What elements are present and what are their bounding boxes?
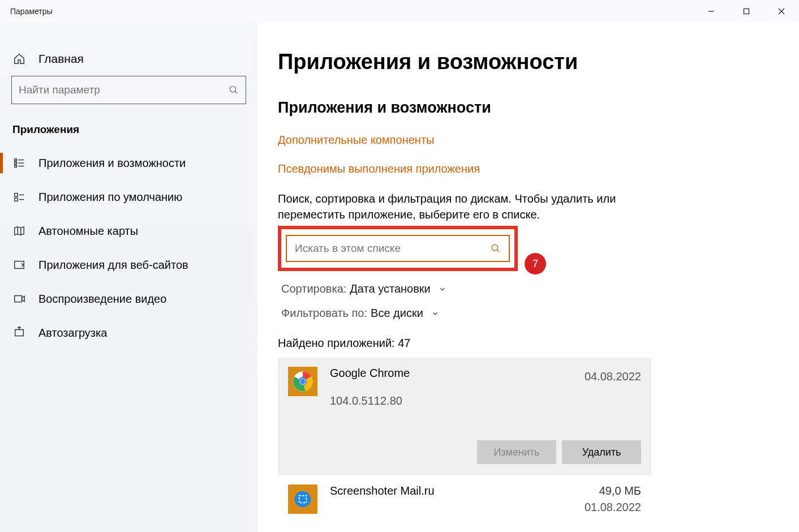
app-name: Google Chrome [330,367,555,380]
sidebar-item-offline-maps[interactable]: Автономные карты [0,214,257,248]
svg-line-24 [497,250,499,252]
sidebar-item-label: Приложения по умолчанию [38,191,182,204]
sidebar-section-header: Приложения [0,117,257,146]
sidebar-item-label: Приложения и возможности [38,157,186,170]
screenshoter-icon [288,484,317,514]
app-size: 49,0 МБ [568,484,641,497]
section-title: Приложения и возможности [278,99,799,117]
startup-icon [12,326,26,340]
app-name: Screenshoter Mail.ru [330,484,555,497]
sidebar: Главная Приложения Приложения и возможно… [0,23,257,532]
sidebar-search[interactable] [11,76,246,104]
sidebar-item-label: Автономные карты [38,225,138,238]
svg-rect-19 [15,296,22,302]
sidebar-item-startup[interactable]: Автозагрузка [0,316,257,350]
sidebar-item-apps-for-websites[interactable]: Приложения для веб-сайтов [0,248,257,282]
titlebar[interactable]: Параметры [0,0,799,23]
sidebar-item-default-apps[interactable]: Приложения по умолчанию [0,180,257,214]
minimize-button[interactable] [694,0,729,23]
maximize-button[interactable] [729,0,764,23]
svg-rect-13 [15,198,18,201]
svg-rect-8 [15,165,17,168]
optional-features-link[interactable]: Дополнительные компоненты [278,134,799,147]
page-title: Приложения и возможности [278,50,799,74]
modify-button[interactable]: Изменить [477,440,556,464]
apps-features-icon [12,156,26,170]
app-search[interactable] [286,235,510,262]
apps-list: Google Chrome 104.0.5112.80 04.08.2022 И… [278,358,651,523]
svg-point-23 [492,244,498,251]
offline-maps-icon [12,224,26,238]
sidebar-item-apps-features[interactable]: Приложения и возможности [0,146,257,180]
sort-value: Дата установки [350,282,430,295]
sidebar-item-label: Приложения для веб-сайтов [38,259,188,272]
sidebar-item-label: Автозагрузка [38,327,107,340]
chrome-icon [288,367,317,396]
sort-dropdown[interactable]: Сортировка: Дата установки [281,282,799,295]
sidebar-search-input[interactable] [19,84,229,96]
sidebar-home[interactable]: Главная [0,45,257,76]
filter-label: Фильтровать по: [281,307,367,320]
sidebar-item-video-playback[interactable]: Воспроизведение видео [0,282,257,316]
app-row[interactable]: Screenshoter Mail.ru 49,0 МБ 01.08.2022 [278,475,651,523]
main-content: Приложения и возможности Приложения и во… [257,23,799,532]
window-controls [694,0,799,23]
apps-description: Поиск, сортировка и фильтрация по дискам… [278,191,640,222]
svg-rect-21 [15,330,24,336]
found-count: Найдено приложений: 47 [278,337,799,350]
svg-rect-1 [744,9,749,14]
search-icon [491,243,501,254]
app-search-input[interactable] [295,242,491,255]
window-title: Параметры [10,7,53,16]
app-date: 04.08.2022 [568,370,641,383]
chevron-down-icon [431,310,439,318]
sidebar-home-label: Главная [38,52,84,66]
filter-value: Все диски [371,307,423,320]
svg-rect-7 [15,162,17,164]
sort-label: Сортировка: [281,282,346,295]
default-apps-icon [12,190,26,204]
sidebar-item-label: Воспроизведение видео [38,293,166,306]
video-playback-icon [12,292,26,306]
svg-rect-12 [15,194,18,197]
search-icon [229,85,239,95]
callout-badge: 7 [525,253,546,274]
svg-point-30 [295,491,311,508]
home-icon [12,52,26,66]
svg-point-29 [300,379,306,384]
svg-point-4 [230,86,236,92]
callout-highlight: 7 [278,226,518,271]
app-version: 104.0.5112.80 [330,394,555,407]
apps-for-websites-icon [12,258,26,272]
uninstall-button[interactable]: Удалить [562,440,641,464]
svg-rect-6 [15,159,17,161]
filter-dropdown[interactable]: Фильтровать по: Все диски [281,307,799,320]
close-button[interactable] [764,0,799,23]
svg-rect-18 [15,261,24,269]
app-date: 01.08.2022 [568,501,641,514]
svg-line-5 [235,91,237,93]
chevron-down-icon [439,285,446,293]
app-row[interactable]: Google Chrome 104.0.5112.80 04.08.2022 И… [278,358,651,475]
app-aliases-link[interactable]: Псевдонимы выполнения приложения [278,162,799,175]
